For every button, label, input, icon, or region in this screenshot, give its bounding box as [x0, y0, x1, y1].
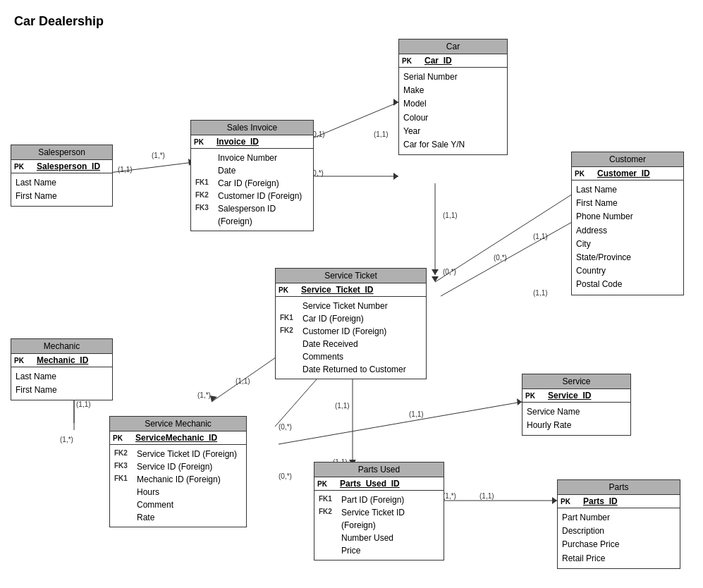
- svg-marker-1: [393, 99, 398, 106]
- mechanic-pk-label: PK: [14, 357, 34, 365]
- customer-field-3: Phone Number: [576, 210, 679, 223]
- svg-marker-24: [552, 497, 557, 504]
- parts-pk-row: PK Parts_ID: [558, 495, 680, 508]
- pu-row-2: FK2 Service Ticket ID (Foreign): [319, 506, 439, 532]
- mechanic-header: Mechanic: [11, 339, 112, 354]
- svg-marker-14: [210, 396, 217, 402]
- salesperson-field-2: First Name: [16, 190, 108, 203]
- customer-field-2: First Name: [576, 197, 679, 210]
- customer-field-4: Address: [576, 224, 679, 238]
- parts-used-header: Parts Used: [314, 463, 444, 477]
- st-row-2: FK1 Car ID (Foreign): [280, 312, 422, 325]
- service-body: Service Name Hourly Rate: [522, 403, 630, 435]
- service-ticket-pk-label: PK: [279, 286, 298, 294]
- customer-field-5: City: [576, 238, 679, 251]
- parts-pk-label: PK: [561, 498, 580, 506]
- car-field-1: Serial Number: [403, 71, 503, 84]
- card-12: (1,*): [197, 391, 211, 399]
- svg-marker-10: [432, 276, 439, 282]
- mechanic-pk-field: Mechanic_ID: [37, 355, 88, 365]
- sales-invoice-pk-field: Invoice_ID: [216, 137, 259, 147]
- customer-pk-row: PK Customer_ID: [572, 167, 683, 180]
- service-ticket-pk-field: Service_Ticket_ID: [301, 285, 374, 295]
- sales-invoice-pk-label: PK: [194, 138, 214, 146]
- parts-used-body: FK1 Part ID (Foreign) FK2 Service Ticket…: [314, 491, 444, 560]
- car-field-5: Year: [403, 125, 503, 138]
- salesperson-pk-field: Salesperson_ID: [37, 161, 100, 171]
- si-row-5: FK3 Salesperson ID (Foreign): [195, 202, 309, 228]
- si-row-3: FK1 Car ID (Foreign): [195, 177, 309, 190]
- service-mechanic-pk-label: PK: [113, 434, 133, 442]
- service-pk-label: PK: [525, 392, 545, 400]
- sales-invoice-header: Sales Invoice: [191, 121, 313, 135]
- mechanic-pk-row: PK Mechanic_ID: [11, 354, 112, 367]
- sm-row-4: Hours: [114, 486, 242, 498]
- parts-field-1: Part Number: [562, 511, 676, 525]
- sm-row-1: FK2 Service Ticket ID (Foreign): [114, 448, 242, 460]
- service-ticket-pk-row: PK Service_Ticket_ID: [276, 283, 426, 297]
- parts-body: Part Number Description Purchase Price R…: [558, 508, 680, 568]
- svg-line-9: [435, 190, 578, 282]
- service-ticket-header: Service Ticket: [276, 269, 426, 283]
- card-6: (1,1): [443, 212, 458, 219]
- card-16: (0,*): [279, 472, 292, 480]
- svg-marker-20: [517, 398, 522, 405]
- service-field-2: Hourly Rate: [527, 419, 626, 432]
- customer-field-6: State/Province: [576, 251, 679, 264]
- si-row-1: Invoice Number: [195, 152, 309, 164]
- sm-row-2: FK3 Service ID (Foreign): [114, 460, 242, 473]
- service-pk-row: PK Service_ID: [522, 389, 630, 403]
- sales-invoice-entity: Sales Invoice PK Invoice_ID Invoice Numb…: [190, 120, 314, 231]
- service-mechanic-entity: Service Mechanic PK ServiceMechanic_ID F…: [109, 416, 247, 527]
- customer-pk-field: Customer_ID: [597, 169, 650, 178]
- service-ticket-entity: Service Ticket PK Service_Ticket_ID Serv…: [275, 268, 427, 379]
- card-13: (0,*): [279, 423, 292, 431]
- parts-field-3: Purchase Price: [562, 538, 676, 551]
- service-mechanic-pk-row: PK ServiceMechanic_ID: [110, 431, 246, 445]
- salesperson-header: Salesperson: [11, 145, 112, 160]
- sm-row-6: Rate: [114, 511, 242, 524]
- card-21: (1,*): [60, 436, 73, 443]
- parts-field-2: Description: [562, 525, 676, 538]
- st-row-3: FK2 Customer ID (Foreign): [280, 325, 422, 338]
- service-mechanic-header: Service Mechanic: [110, 417, 246, 431]
- pu-row-4: Price: [319, 544, 439, 557]
- car-entity: Car PK Car_ID Serial Number Make Model C…: [398, 39, 508, 155]
- mechanic-field-2: First Name: [16, 384, 108, 397]
- parts-used-pk-field: Parts_Used_ID: [340, 479, 400, 489]
- parts-pk-field: Parts_ID: [583, 496, 618, 506]
- sales-invoice-body: Invoice Number Date FK1 Car ID (Foreign)…: [191, 149, 313, 231]
- parts-used-entity: Parts Used PK Parts_Used_ID FK1 Part ID …: [314, 462, 444, 561]
- customer-field-1: Last Name: [576, 183, 679, 197]
- svg-marker-7: [432, 269, 439, 275]
- car-field-2: Make: [403, 84, 503, 97]
- st-row-4: Date Received: [280, 338, 422, 350]
- customer-header: Customer: [572, 152, 683, 167]
- card-7: (0,*): [443, 268, 456, 276]
- car-body: Serial Number Make Model Colour Year Car…: [399, 68, 507, 154]
- card-19: (1,1): [479, 492, 494, 500]
- parts-used-pk-label: PK: [317, 480, 337, 488]
- customer-field-8: Postal Code: [576, 278, 679, 291]
- sales-invoice-pk-row: PK Invoice_ID: [191, 135, 313, 149]
- salesperson-entity: Salesperson PK Salesperson_ID Last Name …: [11, 145, 113, 207]
- card-18: (1,*): [443, 492, 456, 500]
- card-8: (0,*): [494, 254, 507, 262]
- diagram-title: Car Dealership: [14, 14, 104, 29]
- si-row-4: FK2 Customer ID (Foreign): [195, 190, 309, 202]
- salesperson-pk-row: PK Salesperson_ID: [11, 160, 112, 173]
- card-14: (1,1): [335, 402, 350, 410]
- service-mechanic-body: FK2 Service Ticket ID (Foreign) FK3 Serv…: [110, 445, 246, 527]
- service-mechanic-pk-field: ServiceMechanic_ID: [135, 433, 217, 443]
- si-row-2: Date: [195, 164, 309, 177]
- card-4: (1,*): [152, 152, 165, 159]
- svg-line-11: [441, 219, 578, 296]
- svg-line-19: [279, 402, 522, 444]
- pu-row-3: Number Used: [319, 532, 439, 544]
- salesperson-body: Last Name First Name: [11, 173, 112, 206]
- car-header: Car: [399, 39, 507, 54]
- customer-pk-label: PK: [575, 170, 594, 178]
- service-ticket-body: Service Ticket Number FK1 Car ID (Foreig…: [276, 297, 426, 379]
- st-row-1: Service Ticket Number: [280, 300, 422, 312]
- customer-field-7: Country: [576, 264, 679, 278]
